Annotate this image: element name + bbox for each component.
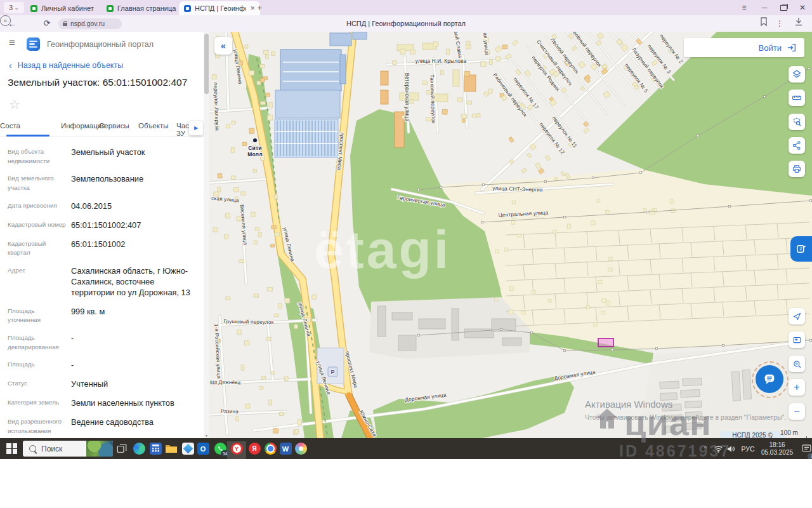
login-arrow-icon: [787, 43, 797, 53]
field-value: Земельный участок: [71, 147, 198, 166]
browser-tab[interactable]: НСПД | Геоинформац✕: [179, 1, 260, 15]
sidebar-scrollbar[interactable]: ▼: [204, 32, 209, 438]
extensions-menu-icon[interactable]: ⋮: [774, 15, 785, 32]
panel-tab-3[interactable]: Объекты: [138, 122, 168, 130]
language-indicator[interactable]: РУС: [738, 438, 757, 459]
download-icon[interactable]: [792, 15, 806, 32]
search-location-icon: [792, 359, 802, 369]
measure-button[interactable]: [789, 90, 805, 106]
tab-favicon-icon: [30, 5, 37, 12]
browser-menu-icon[interactable]: ≡: [736, 0, 752, 15]
search-placeholder: Поиск: [41, 444, 86, 453]
panel-tab-2[interactable]: Сервисы: [99, 122, 129, 130]
field-label: Площадь: [8, 360, 71, 371]
navigation-arrow-icon: [792, 312, 802, 321]
back-to-results-link[interactable]: ‹ Назад в найденные объекты: [9, 61, 123, 70]
browser-tab-bar: 3 ⌄ Личный кабинетГлавная страницаНСПД |…: [0, 0, 812, 15]
window-close-button[interactable]: ✕: [794, 0, 811, 15]
panel-tab-5[interactable]: Соста: [0, 122, 20, 130]
reload-button[interactable]: ⟳: [41, 15, 53, 32]
layers-button[interactable]: [789, 66, 805, 83]
whatsapp-icon[interactable]: 34: [213, 441, 228, 457]
photos-app-icon[interactable]: [180, 441, 195, 457]
tab-favicon-icon: [184, 5, 191, 12]
field-row: Вид разрешенного использованияВедение са…: [8, 417, 202, 436]
window-restore-button[interactable]: [775, 0, 792, 15]
chrome-icon[interactable]: [263, 441, 278, 457]
portal-logo-icon: [27, 37, 40, 51]
tab-counter[interactable]: 3 ⌄: [4, 2, 24, 13]
field-row: Вид объекта недвижимостиЗемельный участо…: [8, 147, 202, 166]
yandex-app-icon[interactable]: Я: [247, 441, 262, 457]
search-icon: [29, 445, 36, 452]
edge-icon[interactable]: [131, 441, 147, 457]
chat-bubble-icon: [763, 372, 776, 386]
browser-tab[interactable]: Главная страница: [102, 1, 187, 15]
browser-toolbar: ← я ⟳ nspd.gov.ru НСПД | Геоинформационн…: [0, 15, 812, 32]
field-value: Учтенный: [71, 379, 198, 390]
bookmark-icon[interactable]: [757, 15, 770, 32]
field-value: 65:01:1501002: [71, 239, 198, 258]
selected-parcel[interactable]: [598, 338, 613, 347]
chevron-down-icon: ⌄: [14, 4, 19, 11]
task-view-button[interactable]: [114, 441, 129, 457]
taskbar-search[interactable]: Поиск: [23, 441, 113, 457]
favorite-star-icon[interactable]: ☆: [9, 97, 20, 112]
window-minimize-button[interactable]: ─: [756, 0, 773, 15]
tray-date: 05.03.2025: [761, 449, 793, 457]
clock[interactable]: 18:16 05.03.2025: [757, 438, 797, 459]
coordinate-search-button[interactable]: [789, 356, 805, 372]
hamburger-menu-icon[interactable]: ≡: [9, 37, 15, 50]
field-label: Кадастровый квартал: [8, 239, 71, 258]
field-value: Земли населенных пунктов: [71, 398, 198, 409]
back-button[interactable]: ←: [5, 15, 19, 32]
notification-center-icon[interactable]: 7: [798, 438, 812, 459]
street-label: Разина: [221, 408, 239, 414]
geolocation-button[interactable]: [789, 308, 805, 324]
print-button[interactable]: [789, 161, 805, 177]
search-widget-image[interactable]: [86, 441, 113, 457]
page-title: НСПД | Геоинформационный портал: [216, 15, 596, 32]
widget-side-tab[interactable]: [790, 236, 812, 262]
printer-icon: [792, 164, 802, 174]
tab-favicon-icon: [107, 5, 114, 12]
calculator-icon[interactable]: [148, 441, 163, 457]
scrollbar-down-arrow[interactable]: ▼: [204, 434, 209, 438]
outlook-icon[interactable]: O: [195, 441, 211, 457]
field-label: Кадастровый номер: [8, 220, 71, 231]
map-canvas[interactable]: улица Н.И. КрыловаВетеранская улицаТанко…: [209, 32, 812, 438]
share-button[interactable]: [789, 137, 805, 154]
login-bar[interactable]: Войти: [684, 38, 804, 57]
start-button[interactable]: [6, 443, 17, 454]
etagi-watermark: ëtagi: [314, 219, 451, 281]
paint-icon[interactable]: [293, 441, 308, 457]
field-row: Дата присвоения04.06.2015: [8, 201, 202, 212]
tab-label: НСПД | Геоинформац: [195, 4, 246, 12]
tabs-scroll-right-button[interactable]: ▶: [189, 121, 203, 135]
tab-label: Личный кабинет: [41, 4, 103, 12]
new-tab-button[interactable]: +: [254, 2, 265, 13]
street-label: Молл: [247, 151, 263, 157]
tab-label: Главная страница: [117, 4, 181, 12]
yandex-browser-icon[interactable]: Y: [229, 441, 244, 457]
layers-icon: [792, 69, 802, 79]
login-label: Войти: [759, 43, 782, 53]
widget-pen-icon: [796, 243, 807, 255]
tray-time: 18:16: [769, 441, 785, 449]
polygon-search-icon: [792, 117, 802, 127]
chat-widget-button[interactable]: [756, 365, 783, 393]
collapse-panel-button[interactable]: «: [214, 37, 232, 55]
back-link-label: Назад в найденные объекты: [18, 61, 123, 70]
browser-tab[interactable]: Личный кабинет: [25, 1, 108, 15]
field-row: Вид земельного участкаЗемлепользование: [8, 174, 202, 192]
address-bar[interactable]: nspd.gov.ru: [58, 18, 122, 29]
field-value: 04.06.2015: [71, 201, 198, 212]
minimap-button[interactable]: [789, 331, 805, 348]
field-row: Кадастровый квартал65:01:1501002: [8, 239, 202, 258]
scrollbar-thumb[interactable]: [204, 34, 209, 94]
area-select-button[interactable]: [789, 114, 805, 130]
zoom-in-button[interactable]: +: [789, 379, 805, 396]
file-explorer-icon[interactable]: [164, 441, 179, 457]
portal-title: Геоинформационный портал: [47, 40, 154, 49]
word-icon[interactable]: W: [278, 441, 293, 457]
